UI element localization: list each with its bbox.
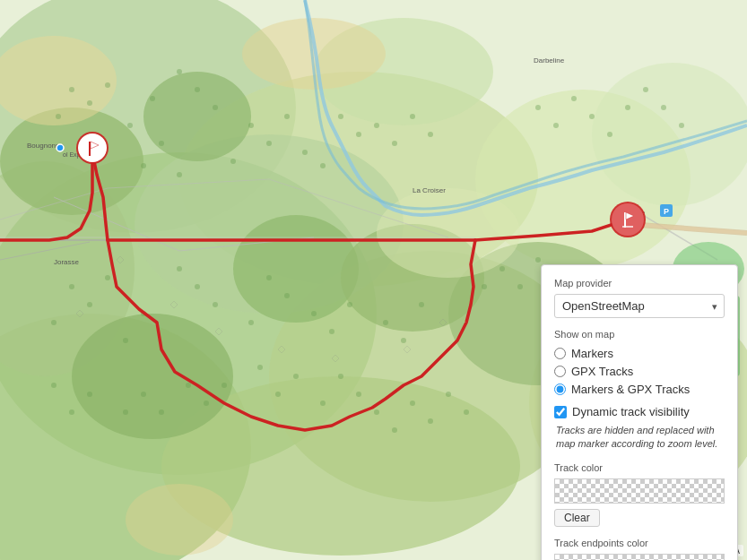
svg-point-36	[56, 114, 61, 119]
track-endpoints-label: Track endpoints color	[554, 538, 725, 548]
svg-point-129	[612, 203, 644, 236]
radio-markers-gpx[interactable]: Markers & GPX Tracks	[554, 383, 725, 396]
svg-point-80	[257, 365, 263, 370]
dynamic-track-checkbox-item[interactable]: Dynamic track visibility	[554, 405, 725, 418]
radio-gpx-label: GPX Tracks	[571, 365, 633, 378]
svg-point-82	[204, 401, 209, 406]
svg-rect-132	[622, 226, 633, 228]
svg-point-56	[428, 132, 433, 137]
svg-rect-130	[624, 212, 626, 228]
radio-gpx-input[interactable]	[554, 366, 566, 377]
svg-point-103	[661, 105, 666, 110]
dynamic-track-checkbox[interactable]	[554, 406, 567, 418]
svg-point-71	[347, 302, 352, 307]
svg-point-93	[428, 418, 433, 424]
dynamic-track-info: Tracks are hidden and replaced with map …	[554, 424, 725, 452]
radio-markers-input[interactable]	[554, 348, 566, 359]
dynamic-track-label: Dynamic track visibility	[572, 405, 690, 418]
svg-point-88	[69, 409, 74, 415]
svg-point-22	[377, 188, 520, 278]
track-endpoints-color-swatch[interactable]	[554, 554, 725, 560]
svg-point-49	[302, 150, 308, 155]
svg-point-74	[419, 302, 424, 307]
svg-point-37	[127, 123, 133, 128]
svg-point-81	[221, 383, 227, 388]
svg-point-108	[482, 284, 487, 289]
svg-point-59	[105, 275, 110, 280]
clear-button[interactable]: Clear	[554, 509, 600, 527]
svg-point-21	[126, 484, 233, 556]
radio-markers-gpx-input[interactable]	[554, 383, 566, 395]
svg-point-67	[284, 293, 290, 298]
svg-point-133	[56, 144, 64, 151]
svg-point-33	[69, 87, 74, 92]
svg-point-61	[123, 338, 128, 343]
map-provider-select[interactable]: OpenStreetMap	[554, 294, 725, 318]
svg-point-16	[233, 215, 359, 323]
svg-point-50	[320, 163, 326, 168]
svg-point-101	[625, 105, 630, 110]
svg-point-63	[177, 266, 182, 271]
svg-point-83	[186, 383, 191, 388]
svg-point-100	[607, 132, 612, 137]
svg-point-79	[275, 392, 281, 397]
svg-point-54	[338, 114, 343, 119]
svg-point-78	[293, 374, 299, 379]
svg-point-92	[410, 401, 415, 406]
svg-point-85	[141, 392, 146, 397]
svg-point-77	[320, 401, 326, 406]
svg-point-41	[213, 105, 218, 110]
track-color-swatch[interactable]	[554, 478, 725, 504]
svg-point-95	[464, 409, 469, 415]
svg-point-72	[383, 320, 388, 325]
map-container[interactable]: Bougnonne ol Express Jorasse La Croiser …	[0, 0, 747, 560]
svg-point-47	[284, 114, 290, 119]
svg-point-65	[213, 302, 218, 307]
svg-point-52	[374, 123, 379, 128]
svg-point-17	[72, 314, 233, 439]
radio-markers-label: Markers	[571, 347, 613, 360]
svg-point-53	[392, 141, 397, 146]
svg-point-66	[266, 275, 272, 280]
svg-point-58	[87, 302, 92, 307]
svg-point-70	[329, 329, 334, 334]
svg-point-43	[141, 163, 146, 168]
settings-panel: Map provider OpenStreetMap ▾ Show on map…	[541, 264, 738, 560]
svg-point-38	[150, 96, 155, 101]
svg-rect-126	[89, 142, 91, 156]
svg-text:Darbeline: Darbeline	[534, 56, 565, 65]
svg-text:La Croiser: La Croiser	[413, 186, 446, 194]
radio-group: Markers GPX Tracks Markers & GPX Tracks	[554, 347, 725, 396]
radio-markers[interactable]: Markers	[554, 347, 725, 360]
map-provider-label: Map provider	[554, 278, 725, 289]
svg-point-76	[356, 392, 361, 397]
svg-point-35	[105, 82, 110, 88]
svg-point-94	[446, 392, 451, 397]
svg-point-48	[230, 159, 236, 164]
svg-point-73	[401, 338, 406, 343]
svg-point-34	[87, 100, 92, 106]
radio-markers-gpx-label: Markers & GPX Tracks	[571, 383, 690, 396]
svg-point-107	[535, 257, 541, 263]
svg-text:Jorasse: Jorasse	[54, 258, 80, 266]
svg-point-98	[571, 96, 577, 101]
svg-point-60	[51, 320, 56, 325]
svg-point-105	[499, 266, 505, 271]
svg-point-64	[195, 284, 200, 289]
svg-point-102	[643, 87, 648, 92]
svg-point-44	[177, 172, 182, 177]
svg-point-91	[392, 427, 397, 433]
svg-point-45	[248, 123, 254, 128]
svg-point-57	[69, 284, 74, 289]
radio-gpx-tracks[interactable]: GPX Tracks	[554, 365, 725, 378]
svg-point-51	[356, 132, 361, 137]
svg-point-55	[410, 114, 415, 119]
svg-point-99	[589, 114, 595, 119]
svg-point-86	[123, 409, 128, 415]
svg-point-75	[338, 374, 343, 379]
svg-point-90	[374, 409, 379, 415]
svg-point-97	[553, 123, 559, 128]
svg-point-96	[535, 105, 541, 110]
svg-point-39	[177, 69, 182, 74]
svg-point-89	[51, 383, 56, 388]
